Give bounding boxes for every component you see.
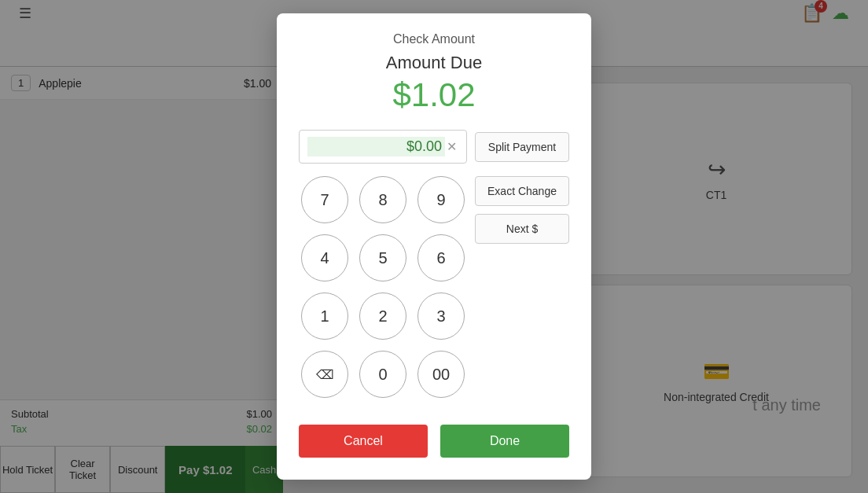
amount-input-wrap: ✕ — [299, 130, 467, 164]
key-3[interactable]: 3 — [417, 292, 465, 340]
key-7[interactable]: 7 — [301, 176, 348, 223]
next-button[interactable]: Next $ — [475, 214, 569, 244]
amount-due-value: $1.02 — [299, 76, 569, 114]
amount-input[interactable] — [307, 137, 445, 156]
key-backspace[interactable]: ⌫ — [301, 351, 348, 398]
key-1[interactable]: 1 — [301, 292, 348, 340]
key-8[interactable]: 8 — [359, 176, 406, 223]
modal-footer: Cancel Done — [299, 425, 569, 458]
amount-due-label: Amount Due — [299, 53, 569, 73]
keypad: 7 8 9 4 5 6 1 2 3 ⌫ 0 00 — [299, 176, 467, 409]
key-4[interactable]: 4 — [301, 234, 348, 281]
clear-input-button[interactable]: ✕ — [445, 139, 458, 154]
key-5[interactable]: 5 — [359, 234, 406, 281]
cancel-button[interactable]: Cancel — [299, 425, 428, 458]
check-amount-modal: Check Amount Amount Due $1.02 ✕ Split Pa… — [277, 13, 591, 480]
split-payment-button[interactable]: Split Payment — [475, 132, 569, 162]
keypad-and-actions: 7 8 9 4 5 6 1 2 3 ⌫ 0 00 — [299, 176, 569, 409]
keypad-row-3: 1 2 3 — [299, 292, 467, 340]
input-row: ✕ Split Payment — [299, 130, 569, 164]
key-0[interactable]: 0 — [359, 351, 406, 398]
modal-title: Check Amount — [299, 32, 569, 46]
exact-change-button[interactable]: Exact Change — [475, 176, 569, 206]
key-2[interactable]: 2 — [359, 292, 406, 340]
action-col: Exact Change Next $ — [475, 176, 569, 409]
done-button[interactable]: Done — [440, 425, 569, 458]
key-00[interactable]: 00 — [417, 351, 465, 398]
keypad-row-2: 4 5 6 — [299, 234, 467, 281]
modal-overlay: Check Amount Amount Due $1.02 ✕ Split Pa… — [0, 0, 868, 493]
key-9[interactable]: 9 — [417, 176, 465, 223]
key-6[interactable]: 6 — [417, 234, 465, 281]
keypad-row-1: 7 8 9 — [299, 176, 467, 223]
keypad-row-4: ⌫ 0 00 — [299, 351, 467, 398]
